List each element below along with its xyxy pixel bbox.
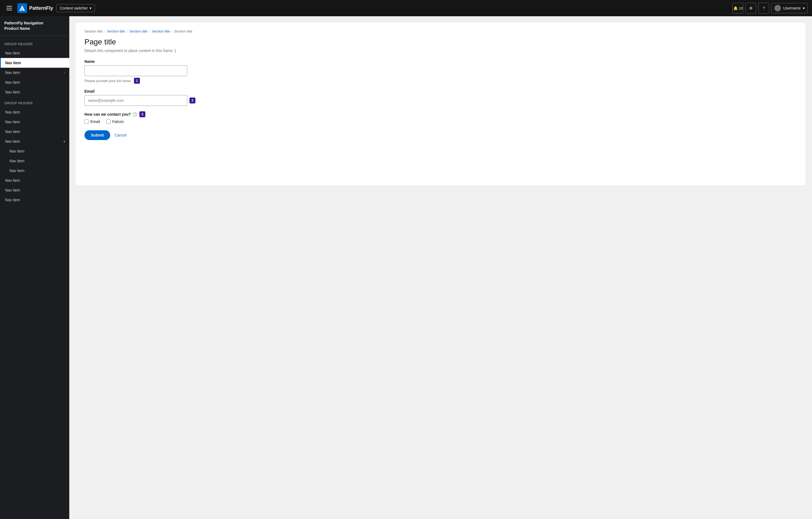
sidebar-item-g2-extra-1[interactable]: Nav item — [0, 175, 69, 185]
breadcrumb-sep-4: › — [172, 30, 173, 33]
breadcrumb: Section title › Section title › Section … — [84, 29, 797, 33]
contact-label-row: How can we contact you? ? 3 — [84, 111, 797, 117]
main-content: Section title › Section title › Section … — [69, 16, 812, 519]
breadcrumb-item-4[interactable]: Section title — [152, 29, 170, 33]
bell-icon: 🔔 — [733, 6, 738, 10]
sidebar-item-g2-3[interactable]: Nav item — [0, 127, 69, 137]
page-subtitle: Detach this component to place content i… — [84, 49, 797, 53]
breadcrumb-sep-1: › — [104, 30, 105, 33]
sidebar-item-label: Nav item — [5, 178, 20, 183]
sidebar-item-label: Nav item — [5, 130, 20, 134]
sidebar-item-label: Nav item — [5, 71, 20, 75]
avatar — [774, 5, 781, 11]
logo-text: PatternFly — [29, 5, 53, 11]
sidebar-item-g2-2[interactable]: Nav item — [0, 117, 69, 127]
sidebar-group-header-2: Group header — [0, 99, 69, 107]
contact-step-badge: 3 — [139, 111, 145, 117]
topnav-right: 🔔 10 ⚙ ? Username ▾ — [732, 3, 808, 13]
contact-email-label: Email — [90, 119, 100, 124]
chevron-right-icon: › — [64, 71, 65, 74]
username-label: Username — [783, 6, 801, 10]
form-button-row: Submit Cancel — [84, 130, 797, 140]
settings-button[interactable]: ⚙ — [746, 3, 756, 13]
contact-falcon-checkbox[interactable] — [106, 119, 111, 124]
context-switcher-label: Context switcher — [60, 6, 88, 10]
gear-icon: ⚙ — [749, 6, 753, 10]
cancel-button[interactable]: Cancel — [115, 133, 126, 137]
sidebar-item-label: Nav item — [5, 188, 20, 192]
context-switcher-button[interactable]: Context switcher ▾ — [56, 4, 95, 12]
contact-label: How can we contact you? — [84, 112, 131, 116]
sidebar-item-label: Nav item — [5, 80, 20, 84]
sidebar-product-name-line1: PatternFly Navigation — [4, 21, 65, 26]
context-switcher-chevron-icon: ▾ — [90, 6, 91, 10]
breadcrumb-sep-2: › — [127, 30, 128, 33]
sidebar-product-name-line2: Product Name — [4, 26, 65, 31]
patternfly-logo-icon — [17, 3, 27, 13]
sidebar-item-label: Nav item — [5, 120, 20, 124]
submit-button[interactable]: Submit — [84, 130, 110, 140]
contact-falcon-label: Falcon — [112, 119, 124, 124]
sidebar-sub-item-3[interactable]: Nav item — [0, 166, 69, 175]
sidebar-item-g1-4[interactable]: Nav item — [0, 78, 69, 87]
name-helper-row: Please provide your full name. 1 — [84, 78, 797, 84]
sidebar-item-g1-2-active[interactable]: Nav item — [0, 58, 69, 68]
sidebar-item-g2-1[interactable]: Nav item — [0, 107, 69, 117]
page-title: Page title — [84, 38, 797, 46]
user-menu-chevron-icon: ▾ — [803, 6, 805, 10]
user-menu[interactable]: Username ▾ — [772, 3, 808, 13]
sidebar-item-label: Nav item — [5, 51, 20, 55]
question-icon: ? — [763, 6, 765, 10]
sidebar-item-label: Nav item — [5, 139, 20, 143]
name-step-badge: 1 — [134, 78, 140, 84]
contact-email-checkbox[interactable] — [84, 119, 89, 124]
name-label: Name — [84, 59, 797, 64]
sidebar-item-label: Nav item — [9, 149, 24, 153]
email-step-badge: 2 — [190, 98, 196, 104]
sidebar-sub-item-1[interactable]: Nav item — [0, 146, 69, 156]
content-card: Section title › Section title › Section … — [76, 23, 806, 185]
sidebar-item-g2-4-expandable[interactable]: Nav item ▾ — [0, 137, 69, 146]
name-helper-text: Please provide your full name. — [84, 79, 132, 83]
help-button[interactable]: ? — [758, 3, 769, 13]
breadcrumb-sep-3: › — [149, 30, 150, 33]
hamburger-menu[interactable] — [4, 4, 14, 12]
sidebar-item-label: Nav item — [9, 159, 24, 163]
email-input[interactable] — [84, 95, 187, 106]
sidebar-item-g1-1[interactable]: Nav item — [0, 48, 69, 58]
sidebar-item-g1-5[interactable]: Nav item — [0, 87, 69, 97]
contact-checkbox-group: Email Falcon — [84, 119, 797, 124]
logo-area: PatternFly — [17, 3, 53, 13]
sidebar: PatternFly Navigation Product Name Group… — [0, 16, 69, 519]
sidebar-item-g1-3[interactable]: Nav item › — [0, 68, 69, 78]
chevron-down-icon: ▾ — [64, 140, 65, 143]
top-navigation: PatternFly Context switcher ▾ 🔔 10 ⚙ ? U… — [0, 0, 812, 16]
sidebar-product: PatternFly Navigation Product Name — [0, 21, 69, 36]
contact-help-icon[interactable]: ? — [133, 112, 137, 116]
notifications-button[interactable]: 🔔 10 — [732, 3, 743, 13]
email-label: Email — [84, 89, 797, 93]
sidebar-item-label: Nav item — [9, 168, 24, 173]
sidebar-group-header-1: Group header — [0, 40, 69, 48]
topnav-left: PatternFly Context switcher ▾ — [4, 3, 95, 13]
sidebar-item-label: Nav item — [5, 110, 20, 114]
sidebar-item-g2-extra-3[interactable]: Nav item — [0, 195, 69, 205]
sidebar-sub-item-2[interactable]: Nav item — [0, 156, 69, 166]
name-form-group: Name Please provide your full name. 1 — [84, 59, 797, 84]
notification-count: 10 — [739, 6, 743, 10]
email-form-group: Email 2 — [84, 89, 797, 106]
sidebar-item-label: Nav item — [5, 198, 20, 202]
sidebar-item-label: Nav item — [5, 90, 20, 94]
name-input[interactable] — [84, 65, 187, 76]
main-form: Name Please provide your full name. 1 Em… — [84, 59, 797, 140]
layout: PatternFly Navigation Product Name Group… — [0, 16, 812, 519]
breadcrumb-item-2[interactable]: Section title — [107, 29, 125, 33]
contact-falcon-option[interactable]: Falcon — [106, 119, 124, 124]
sidebar-item-g2-extra-2[interactable]: Nav item — [0, 185, 69, 195]
sidebar-item-label: Nav item — [5, 61, 21, 65]
breadcrumb-item-1: Section title — [84, 29, 103, 33]
contact-email-option[interactable]: Email — [84, 119, 100, 124]
breadcrumb-item-5: Section title — [174, 29, 193, 33]
breadcrumb-item-3[interactable]: Section title — [129, 29, 147, 33]
contact-form-group: How can we contact you? ? 3 Email Falcon — [84, 111, 797, 124]
